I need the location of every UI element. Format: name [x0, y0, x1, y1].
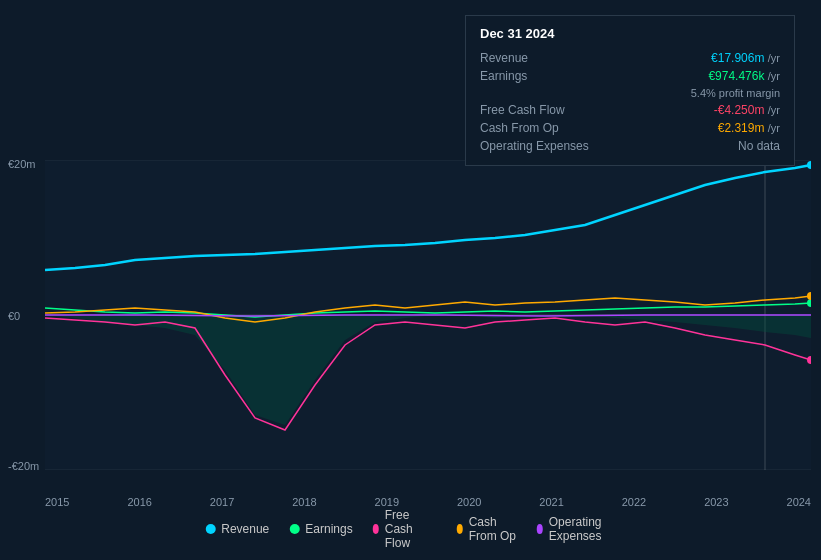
tooltip-value-cashop: €2.319m /yr: [718, 121, 780, 135]
x-label-2023: 2023: [704, 496, 728, 508]
legend-label-fcf: Free Cash Flow: [385, 508, 437, 550]
legend-label-earnings: Earnings: [305, 522, 352, 536]
y-label-20m: €20m: [8, 158, 36, 170]
x-label-2015: 2015: [45, 496, 69, 508]
tooltip-row-fcf: Free Cash Flow -€4.250m /yr: [480, 101, 780, 119]
legend-dot-opex: [537, 524, 543, 534]
x-label-2018: 2018: [292, 496, 316, 508]
tooltip-row-cashop: Cash From Op €2.319m /yr: [480, 119, 780, 137]
x-label-2019: 2019: [375, 496, 399, 508]
legend-label-cashop: Cash From Op: [469, 515, 517, 543]
legend-item-fcf[interactable]: Free Cash Flow: [373, 508, 437, 550]
legend-item-earnings[interactable]: Earnings: [289, 522, 352, 536]
tooltip-label-opex: Operating Expenses: [480, 139, 610, 153]
chart-svg: [45, 160, 811, 470]
legend-item-cashop[interactable]: Cash From Op: [457, 515, 517, 543]
legend-label-opex: Operating Expenses: [549, 515, 616, 543]
legend-dot-cashop: [457, 524, 463, 534]
x-label-2022: 2022: [622, 496, 646, 508]
tooltip-value-earnings: €974.476k /yr: [708, 69, 780, 83]
x-label-2020: 2020: [457, 496, 481, 508]
legend-dot-earnings: [289, 524, 299, 534]
y-label-neg20m: -€20m: [8, 460, 39, 472]
tooltip-label-cashop: Cash From Op: [480, 121, 610, 135]
tooltip-profit-margin: 5.4% profit margin: [691, 87, 780, 99]
legend: Revenue Earnings Free Cash Flow Cash Fro…: [205, 508, 616, 550]
tooltip-panel: Dec 31 2024 Revenue €17.906m /yr Earning…: [465, 15, 795, 166]
tooltip-label-revenue: Revenue: [480, 51, 610, 65]
legend-dot-fcf: [373, 524, 379, 534]
x-label-2016: 2016: [127, 496, 151, 508]
tooltip-value-opex: No data: [738, 139, 780, 153]
x-labels: 2015 2016 2017 2018 2019 2020 2021 2022 …: [45, 496, 811, 508]
legend-label-revenue: Revenue: [221, 522, 269, 536]
tooltip-row-earnings: Earnings €974.476k /yr: [480, 67, 780, 85]
legend-item-opex[interactable]: Operating Expenses: [537, 515, 616, 543]
tooltip-row-earnings-margin: 5.4% profit margin: [480, 85, 780, 101]
tooltip-value-fcf: -€4.250m /yr: [714, 103, 780, 117]
tooltip-value-revenue: €17.906m /yr: [711, 51, 780, 65]
tooltip-row-opex: Operating Expenses No data: [480, 137, 780, 155]
tooltip-date: Dec 31 2024: [480, 26, 780, 41]
legend-dot-revenue: [205, 524, 215, 534]
chart-container: Dec 31 2024 Revenue €17.906m /yr Earning…: [0, 0, 821, 560]
tooltip-row-revenue: Revenue €17.906m /yr: [480, 49, 780, 67]
tooltip-label-fcf: Free Cash Flow: [480, 103, 610, 117]
tooltip-label-earnings: Earnings: [480, 69, 610, 83]
legend-item-revenue[interactable]: Revenue: [205, 522, 269, 536]
y-label-0: €0: [8, 310, 20, 322]
x-label-2024: 2024: [787, 496, 811, 508]
x-label-2021: 2021: [539, 496, 563, 508]
x-label-2017: 2017: [210, 496, 234, 508]
